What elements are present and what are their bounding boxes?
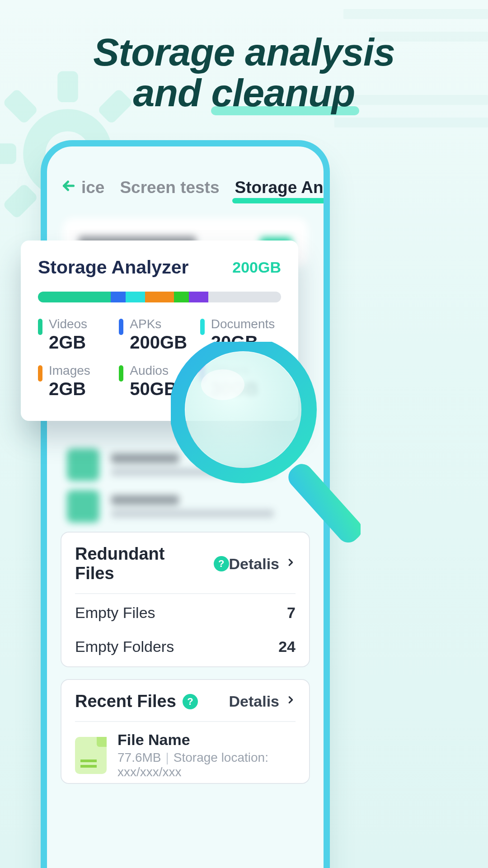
svg-rect-7 [2,183,39,219]
category-value: 20GB [211,332,275,353]
category-color-icon [38,319,42,335]
file-icon [75,737,107,774]
category-color-icon [119,365,123,382]
category-others[interactable]: Others30GB [200,361,281,407]
category-value: 2GB [49,332,87,353]
storage-bar-chart [38,292,281,302]
redundant-row-label: Empty Folders [75,638,174,656]
category-documents[interactable]: Documents20GB [200,314,281,361]
category-value: 200GB [130,332,187,353]
redundant-row-value: 24 [278,638,296,656]
redundant-row-value: 7 [287,604,296,622]
category-color-icon [38,365,42,382]
bar-segment-videos [38,292,111,302]
chevron-right-icon [286,555,296,573]
recent-title: Recent Files [75,692,176,711]
recent-details-link[interactable]: Detalis [229,693,296,710]
category-value: 2GB [49,379,90,399]
bar-segment-documents [126,292,145,302]
tab-partial[interactable]: ice [77,175,109,200]
blurred-file-row [61,490,310,523]
category-apks[interactable]: APKs200GB [119,314,200,361]
bar-segment-images [145,292,174,302]
category-label: Videos [49,317,87,331]
category-label: Audios [130,363,177,378]
analyzer-total: 200GB [232,259,281,276]
recent-file-name: File Name [117,731,296,749]
category-color-icon [200,319,205,335]
category-label: Documents [211,317,275,331]
help-icon[interactable]: ? [214,556,229,571]
storage-categories: Videos2GBAPKs200GBDocuments20GBImages2GB… [38,314,281,407]
category-videos[interactable]: Videos2GB [38,314,119,361]
redundant-details-link[interactable]: Detalis [229,555,296,573]
redundant-title: Redundant Files [75,544,207,583]
redundant-row[interactable]: Empty Files7 [75,594,296,628]
tab-header: ice Screen tests Storage Analyzer [61,175,310,200]
bar-segment-others [189,292,208,302]
category-label: Others [211,363,258,378]
analyzer-title: Storage Analyzer [38,257,188,278]
blurred-file-row [61,448,310,481]
category-label: Images [49,363,90,378]
category-value: 30GB [211,379,258,399]
category-label: APKs [130,317,187,331]
bar-segment-apks [111,292,125,302]
storage-analyzer-card: Storage Analyzer 200GB Videos2GBAPKs200G… [21,241,298,421]
redundant-files-card: Redundant Files ? Detalis Empty Files7Em… [61,532,310,667]
recent-file-item[interactable]: File Name 77.6MB|Storage location: xxx/x… [75,722,296,781]
hero-title: Storage analysis and cleanup [0,32,488,113]
category-audios[interactable]: Audios50GB [119,361,200,407]
svg-rect-4 [0,143,16,164]
category-value: 50GB [130,379,177,399]
category-images[interactable]: Images2GB [38,361,119,407]
redundant-row[interactable]: Empty Folders24 [75,628,296,662]
recent-files-card: Recent Files ? Detalis File Name 77.6MB|… [61,679,310,784]
back-icon[interactable] [61,178,77,198]
chevron-right-icon [286,693,296,710]
help-icon[interactable]: ? [183,694,198,709]
bar-segment-audios [174,292,188,302]
tab-screen-tests[interactable]: Screen tests [115,175,224,200]
category-color-icon [119,319,123,335]
category-color-icon [200,365,205,382]
tab-storage-analyzer[interactable]: Storage Analyzer [230,175,330,200]
redundant-row-label: Empty Files [75,604,155,622]
recent-file-subtitle: 77.6MB|Storage location: xxx/xxx/xxx [117,750,296,779]
